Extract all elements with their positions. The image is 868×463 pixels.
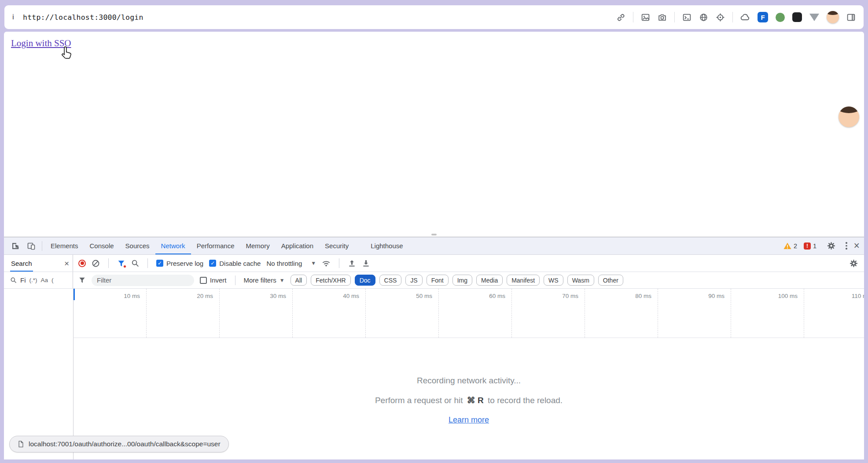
record-button[interactable]	[78, 260, 86, 267]
floating-avatar[interactable]	[839, 107, 859, 127]
toolbar-divider	[633, 12, 633, 22]
tab-memory[interactable]: Memory	[240, 237, 276, 254]
tab-sources[interactable]: Sources	[120, 237, 155, 254]
status-url-text: localhost:7001/oauth/authorize...00/oaut…	[29, 440, 221, 448]
disable-cache-control[interactable]: ✓ Disable cache	[209, 260, 261, 267]
chip-img[interactable]: Img	[452, 275, 472, 286]
devtools-tabbar-right: 2 ! 1 ×	[783, 239, 860, 253]
tab-elements[interactable]: Elements	[45, 237, 84, 254]
tab-application[interactable]: Application	[276, 237, 319, 254]
more-filters-label: More filters	[244, 276, 276, 284]
disable-cache-checkbox[interactable]: ✓	[209, 260, 216, 267]
issue-icon: !	[804, 243, 811, 250]
cloud-icon[interactable]	[740, 12, 750, 22]
browser-toolbar: i http://localhost:3000/login F	[4, 5, 864, 29]
learn-more-link[interactable]: Learn more	[449, 415, 489, 424]
device-toolbar-button[interactable]	[23, 239, 39, 253]
document-icon	[18, 441, 24, 448]
throttling-value: No throttling	[266, 260, 302, 267]
tab-network[interactable]: Network	[155, 237, 191, 254]
camera-icon[interactable]	[658, 13, 667, 22]
filter-input[interactable]	[92, 275, 194, 286]
filter-toggle-button[interactable]	[117, 259, 125, 268]
toolbar-divider	[147, 258, 148, 268]
preserve-log-checkbox[interactable]: ✓	[156, 260, 163, 267]
export-har-button[interactable]	[362, 259, 370, 268]
issue-count: 1	[813, 243, 817, 250]
chip-font[interactable]: Font	[427, 275, 449, 286]
chip-wasm[interactable]: Wasm	[567, 275, 594, 286]
empty-state-instruction: Perform a request or hit ⌘ R to record t…	[74, 395, 864, 405]
warning-count: 2	[794, 243, 797, 250]
import-har-button[interactable]	[348, 259, 356, 268]
network-settings-gear[interactable]	[850, 259, 858, 268]
profile-avatar[interactable]	[827, 11, 839, 23]
chip-js[interactable]: JS	[405, 275, 422, 286]
tab-lighthouse[interactable]: Lighthouse	[365, 237, 408, 254]
issues-badge[interactable]: ! 1	[804, 243, 817, 250]
status-green-icon[interactable]	[776, 13, 785, 22]
chip-manifest[interactable]: Manifest	[507, 275, 540, 286]
warning-icon	[783, 242, 791, 250]
preserve-log-label: Preserve log	[166, 260, 203, 267]
timeline-tick-label: 90 ms	[658, 289, 731, 338]
match-case-toggle[interactable]: Aa	[41, 277, 48, 283]
chip-ws[interactable]: WS	[544, 275, 563, 286]
invert-label: Invert	[210, 276, 227, 284]
chip-all[interactable]: All	[291, 275, 307, 286]
terminal-icon[interactable]	[682, 13, 691, 22]
target-icon[interactable]	[716, 13, 725, 22]
filter-bar: Invert More filters ▼ All Fetch/XHR Doc …	[73, 272, 864, 288]
chip-media[interactable]: Media	[476, 275, 503, 286]
link-icon[interactable]	[616, 13, 625, 22]
site-info-button[interactable]: i	[12, 13, 23, 22]
close-search-icon[interactable]: ×	[64, 259, 69, 268]
timeline-ruler: 10 ms 20 ms 30 ms 40 ms 50 ms 60 ms 70 m…	[73, 289, 864, 338]
globe-icon[interactable]	[699, 13, 708, 22]
more-filters-button[interactable]: More filters ▼	[244, 276, 285, 284]
warning-badge[interactable]: 2	[783, 242, 797, 250]
sidebar-toggle-icon[interactable]	[846, 13, 856, 22]
image-icon[interactable]	[641, 13, 650, 22]
inspect-element-button[interactable]	[7, 239, 23, 253]
search-query-input[interactable]: Fi	[20, 276, 26, 284]
kebab-menu-icon[interactable]	[846, 242, 847, 250]
network-conditions-button[interactable]	[322, 259, 331, 268]
triangle-icon[interactable]	[809, 14, 819, 21]
throttling-select[interactable]: No throttling ▼	[266, 260, 316, 267]
cursor-pointer-icon	[61, 46, 73, 61]
chip-css[interactable]: CSS	[379, 275, 402, 286]
chip-fetch-xhr[interactable]: Fetch/XHR	[311, 275, 350, 286]
devtools-tabbar: Elements Console Sources Network Perform…	[4, 237, 864, 255]
timeline-tick-label: 10 ms	[74, 289, 147, 338]
chevron-down-icon: ▼	[280, 277, 285, 283]
chip-other[interactable]: Other	[598, 275, 623, 286]
toolbar-icon-group: F	[616, 11, 856, 23]
tabbar-divider	[42, 241, 42, 251]
devtools-resize-grip[interactable]	[431, 234, 437, 235]
search-drawer-tab[interactable]: Search ×	[4, 255, 73, 272]
toolbar-divider	[732, 12, 733, 22]
tab-performance[interactable]: Performance	[191, 237, 240, 254]
search-icon	[10, 277, 17, 283]
preserve-log-control[interactable]: ✓ Preserve log	[156, 260, 203, 267]
invert-control[interactable]: Invert	[200, 276, 227, 284]
page-content: Login with SSO	[4, 32, 864, 237]
toolbar-divider	[108, 258, 109, 268]
timeline-tick-label: 40 ms	[293, 289, 366, 338]
address-bar[interactable]: http://localhost:3000/login	[23, 13, 143, 22]
close-devtools-button[interactable]: ×	[854, 241, 860, 251]
clear-icon[interactable]	[92, 259, 100, 268]
invert-checkbox[interactable]	[200, 277, 207, 284]
timeline-tick-label: 60 ms	[439, 289, 512, 338]
browser-window: i http://localhost:3000/login F Login wi…	[0, 0, 868, 463]
flask-extension-icon[interactable]: F	[758, 12, 768, 22]
tab-console[interactable]: Console	[84, 237, 120, 254]
devtools-settings-gear[interactable]	[823, 239, 839, 253]
network-toolbar-row: Search × ✓ Preserve log	[4, 255, 864, 272]
regex-toggle[interactable]: (.*)	[29, 277, 37, 283]
search-button[interactable]	[131, 259, 139, 267]
dark-extension-icon[interactable]	[792, 12, 802, 22]
tab-security[interactable]: Security	[319, 237, 354, 254]
chip-doc[interactable]: Doc	[355, 275, 375, 286]
